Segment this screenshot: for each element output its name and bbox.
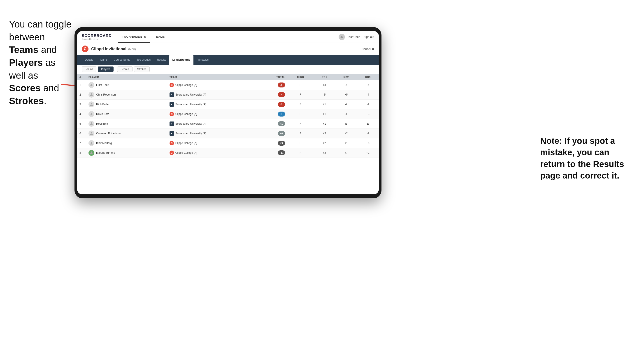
cell-rank: 1 [77,80,86,90]
svg-point-1 [341,36,342,37]
tab-tee-groups[interactable]: Tee Groups [134,55,154,65]
cell-team: CClippd College [A] [167,80,258,90]
toggle-teams[interactable]: Teams [82,66,96,72]
cell-total: +9 [258,138,287,148]
nav-tournaments[interactable]: TOURNAMENTS [118,31,150,43]
cell-thru: F [287,100,314,109]
tab-leaderboards[interactable]: Leaderboards [169,55,193,65]
cell-rd2: -4 [335,109,357,119]
cell-thru: F [287,90,314,100]
cell-rd1: +5 [314,129,335,138]
table-row: 3Rich Butler■Scoreboard University [A]-2… [77,100,379,109]
cell-player: Rees Britt [86,119,167,129]
cell-rd2: -6 [335,80,357,90]
cell-rd3: -4 [357,90,379,100]
cancel-button[interactable]: Cancel ✕ [362,47,374,51]
cell-rd2: +1 [335,138,357,148]
score-badge: +6 [278,131,285,136]
team-name: Scoreboard University [A] [176,103,206,106]
nav-right: Test User | Sign out [338,34,374,40]
cell-total: +1 [258,119,287,129]
svg-point-6 [91,122,92,124]
cell-rank: 7 [77,138,86,148]
cell-rd3: -1 [357,100,379,109]
logo-sub: Powered by clippd [82,38,112,40]
cell-rd2: -2 [335,100,357,109]
cell-team: CClippd College [A] [167,109,258,119]
score-badge: E [278,112,285,117]
cell-rank: 3 [77,100,86,109]
tournament-gender: (Men) [128,47,136,51]
player-name: Chris Robertson [96,93,116,96]
player-name: Rees Britt [96,122,108,125]
cell-rd1: +1 [314,109,335,119]
cell-player: Blair McHarg [86,138,167,148]
cell-rd1: +1 [314,100,335,109]
team-name: Clippd College [A] [176,83,197,87]
cell-total: E [258,109,287,119]
cell-rd3: +6 [357,138,379,148]
player-avatar [88,140,94,146]
user-avatar [338,34,345,40]
cell-rd3: -1 [357,129,379,138]
nav-teams[interactable]: TEAMS [150,31,169,43]
cell-total: -4 [258,90,287,100]
cell-player: Chris Robertson [86,90,167,100]
cell-team: CClippd College [A] [167,138,258,148]
tab-course-setup[interactable]: Course Setup [110,55,134,65]
player-name: Cameron Robertson [96,132,120,135]
team-logo: C [170,141,174,145]
toggle-scores[interactable]: Scores [117,66,132,72]
cell-rd3: -5 [357,80,379,90]
toggle-bar: Teams Players Scores Strokes [77,65,379,74]
tab-results[interactable]: Results [154,55,169,65]
bold-scores: Scores [9,83,41,93]
cell-player: David Ford [86,109,167,119]
player-name: David Ford [96,113,110,116]
table-row: 7Blair McHargCClippd College [A]+9F+2+1+… [77,138,379,148]
team-logo: C [170,112,174,116]
right-annotation: Note: If you spot a mistake, you can ret… [540,135,635,181]
tab-printables[interactable]: Printables [194,55,212,65]
cell-rd2: +7 [335,148,357,158]
cell-rd2: +5 [335,90,357,100]
cell-team: ■Scoreboard University [A] [167,90,258,100]
tab-teams[interactable]: Teams [96,55,110,65]
top-nav: SCOREBOARD Powered by clippd TOURNAMENTS… [77,31,379,43]
toggle-players[interactable]: Players [98,66,114,72]
bold-strokes: Strokes [9,96,44,106]
players-table: # PLAYER TEAM TOTAL THRU RD1 RD2 RD3 1El… [77,74,379,158]
team-name: Clippd College [A] [176,142,197,145]
cell-rd1: +2 [314,148,335,158]
cell-thru: F [287,138,314,148]
cell-rd3: +3 [357,109,379,119]
team-logo: C [170,151,174,155]
team-logo: C [170,83,174,87]
toggle-strokes[interactable]: Strokes [134,66,150,72]
bold-players: Players [9,57,43,68]
cell-thru: F [287,148,314,158]
team-logo: ■ [170,102,174,107]
cell-team: ■Scoreboard University [A] [167,100,258,109]
tablet-frame: SCOREBOARD Powered by clippd TOURNAMENTS… [74,27,382,198]
cell-thru: F [287,109,314,119]
svg-point-7 [91,132,92,134]
col-total: TOTAL [258,74,287,80]
player-avatar [88,131,94,136]
cell-thru: F [287,80,314,90]
col-team: TEAM [167,74,258,80]
player-avatar [88,92,94,98]
table-row: 1Elliot EbertCClippd College [A]-8F+3-6-… [77,80,379,90]
sign-out-link[interactable]: Sign out [364,35,374,38]
player-avatar [88,121,94,127]
cell-rank: 6 [77,129,86,138]
col-rank: # [77,74,86,80]
nav-links: TOURNAMENTS TEAMS [118,31,339,43]
tab-details[interactable]: Details [82,55,96,65]
player-avatar [88,101,94,107]
col-rd2: RD2 [335,74,357,80]
cell-team: ■Scoreboard University [A] [167,129,258,138]
player-avatar [88,111,94,117]
cell-rank: 8 [77,148,86,158]
col-rd1: RD1 [314,74,335,80]
